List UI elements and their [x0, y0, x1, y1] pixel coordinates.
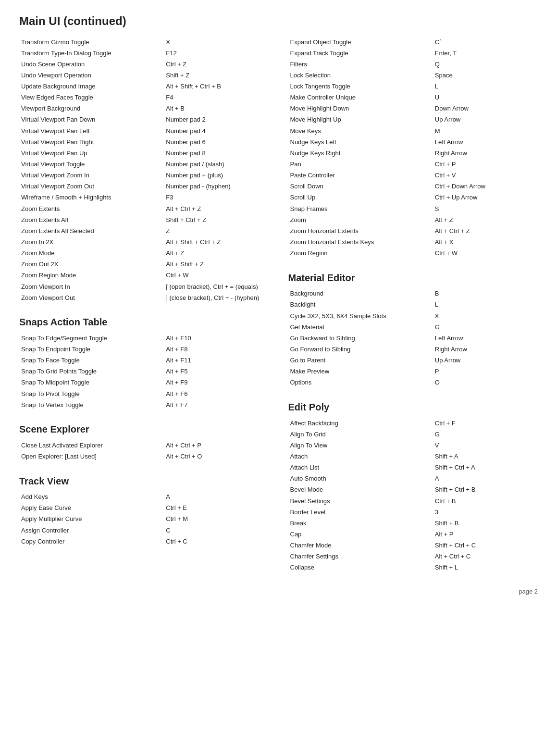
shortcut-key: F3: [164, 192, 269, 203]
shortcut-action: Snap To Vertex Toggle: [19, 399, 164, 410]
shortcut-key: Alt + X: [433, 237, 538, 248]
shortcut-key: Ctrl + E: [164, 503, 269, 514]
shortcut-key: Ctrl + Down Arrow: [433, 181, 538, 192]
shortcut-action: Snap To Edge/Segment Toggle: [19, 333, 164, 344]
shortcut-key: Alt + F9: [164, 377, 269, 388]
table-row: Auto SmoothA: [288, 473, 538, 484]
shortcut-key: Q: [433, 59, 538, 70]
shortcut-key: Shift + Ctrl + A: [433, 462, 538, 473]
shortcut-action: Auto Smooth: [288, 473, 433, 484]
shortcut-action: Virtual Viewport Pan Up: [19, 148, 164, 159]
page-title: Main UI (continued): [19, 14, 538, 28]
shortcut-action: Add Keys: [19, 492, 164, 503]
table-row: Assign ControllerC: [19, 525, 269, 536]
shortcut-action: Background: [288, 288, 433, 299]
table-row: Cycle 3X2, 5X3, 6X4 Sample SlotsX: [288, 310, 538, 322]
table-row: Update Background ImageAlt + Shift + Ctr…: [19, 81, 269, 92]
shortcut-action: Assign Controller: [19, 525, 164, 536]
table-row: Snap To Pivot ToggleAlt + F6: [19, 388, 269, 399]
shortcut-action: Zoom Mode: [19, 248, 164, 259]
table-row: Snap FramesS: [288, 203, 538, 214]
table-row: Zoom Viewport Out] (close bracket), Ctrl…: [19, 292, 269, 303]
shortcut-key: Shift + Ctrl + B: [433, 484, 538, 496]
table-row: Move Highlight UpUp Arrow: [288, 114, 538, 125]
shortcut-key: Ctrl + B: [433, 496, 538, 507]
shortcut-action: Virtual Viewport Pan Down: [19, 114, 164, 125]
right-column: Expand Object ToggleC`Expand Track Toggl…: [288, 37, 538, 578]
shortcut-key: Ctrl + F: [433, 418, 538, 429]
shortcut-key: Alt + F6: [164, 388, 269, 399]
table-row: Zoom Extents AllShift + Ctrl + Z: [19, 214, 269, 225]
shortcut-action: Attach List: [288, 462, 433, 473]
table-row: Scroll DownCtrl + Down Arrow: [288, 181, 538, 192]
shortcut-key: S: [433, 203, 538, 214]
shortcut-action: Move Highlight Up: [288, 114, 433, 125]
shortcut-key: Shift + L: [433, 562, 538, 573]
shortcut-action: Close Last Activated Explorer: [19, 440, 164, 451]
scene-explorer-section: Scene Explorer Close Last Activated Expl…: [19, 424, 269, 462]
shortcut-key: Alt + B: [164, 103, 269, 114]
table-row: Virtual Viewport Zoom OutNumber pad - (h…: [19, 181, 269, 192]
table-row: Virtual Viewport Pan DownNumber pad 2: [19, 114, 269, 125]
table-row: Transform Type-In Dialog ToggleF12: [19, 48, 269, 59]
shortcut-key: Up Arrow: [433, 114, 538, 125]
track-view-heading: Track View: [19, 476, 269, 487]
shortcut-key: Alt + Ctrl + O: [164, 451, 269, 462]
table-row: Go Forward to SiblingRight Arrow: [288, 344, 538, 355]
table-row: Virtual Viewport Zoom InNumber pad + (pl…: [19, 170, 269, 181]
shortcut-action: Filters: [288, 59, 433, 70]
shortcut-action: Make Preview: [288, 366, 433, 377]
shortcut-key: Ctrl + V: [433, 170, 538, 181]
shortcut-action: Go Forward to Sibling: [288, 344, 433, 355]
shortcut-action: Undo Viewport Operation: [19, 70, 164, 81]
edit-poly-heading: Edit Poly: [288, 402, 538, 413]
shortcut-action: Zoom Extents All Selected: [19, 225, 164, 236]
table-row: Affect BackfacingCtrl + F: [288, 418, 538, 429]
shortcut-key: Number pad / (slash): [164, 159, 269, 170]
table-row: AttachShift + A: [288, 451, 538, 462]
shortcut-key: A: [164, 492, 269, 503]
shortcut-key: C: [164, 525, 269, 536]
table-row: BreakShift + B: [288, 518, 538, 529]
main-shortcuts-table: Transform Gizmo ToggleXTransform Type-In…: [19, 37, 269, 303]
shortcut-key: [ (open bracket), Ctrl + = (equals): [164, 281, 269, 292]
shortcut-key: Space: [433, 70, 538, 81]
table-row: Snap To Edge/Segment ToggleAlt + F10: [19, 333, 269, 344]
table-row: Chamfer SettingsAlt + Ctrl + C: [288, 551, 538, 562]
shortcut-key: Alt + P: [433, 529, 538, 540]
table-row: Go Backward to SiblingLeft Arrow: [288, 333, 538, 344]
shortcut-action: Get Material: [288, 322, 433, 333]
table-row: Zoom Region ModeCtrl + W: [19, 270, 269, 281]
table-row: Copy ControllerCtrl + C: [19, 536, 269, 547]
table-row: Bevel SettingsCtrl + B: [288, 496, 538, 507]
material-editor-section: Material Editor BackgroundBBacklightLCyc…: [288, 273, 538, 388]
table-row: Apply Ease CurveCtrl + E: [19, 503, 269, 514]
shortcut-key: M: [433, 125, 538, 136]
table-row: Move Highlight DownDown Arrow: [288, 103, 538, 114]
shortcut-key: Ctrl + M: [164, 514, 269, 525]
shortcut-action: Wireframe / Smooth + Highlights: [19, 192, 164, 203]
shortcut-key: Ctrl + W: [164, 270, 269, 281]
shortcut-action: Snap To Midpoint Toggle: [19, 377, 164, 388]
shortcut-action: Snap Frames: [288, 203, 433, 214]
shortcut-action: Bevel Settings: [288, 496, 433, 507]
shortcut-key: A: [433, 473, 538, 484]
shortcut-key: Number pad - (hyphen): [164, 181, 269, 192]
table-row: Expand Track ToggleEnter, T: [288, 48, 538, 59]
shortcut-key: G: [433, 429, 538, 440]
shortcut-action: Backlight: [288, 299, 433, 310]
shortcut-key: Ctrl + C: [164, 536, 269, 547]
shortcut-action: Cap: [288, 529, 433, 540]
table-row: Snap To Vertex ToggleAlt + F7: [19, 399, 269, 410]
track-view-table: Add KeysAApply Ease CurveCtrl + EApply M…: [19, 492, 269, 547]
material-editor-heading: Material Editor: [288, 273, 538, 284]
shortcut-action: Affect Backfacing: [288, 418, 433, 429]
table-row: Go to ParentUp Arrow: [288, 355, 538, 366]
shortcut-action: Zoom Out 2X: [19, 259, 164, 270]
shortcut-key: Shift + Z: [164, 70, 269, 81]
scene-explorer-table: Close Last Activated ExplorerAlt + Ctrl …: [19, 440, 269, 462]
shortcut-action: Align To View: [288, 440, 433, 451]
shortcut-key: Number pad 2: [164, 114, 269, 125]
shortcut-action: Collapse: [288, 562, 433, 573]
shortcut-key: Alt + Ctrl + C: [433, 551, 538, 562]
